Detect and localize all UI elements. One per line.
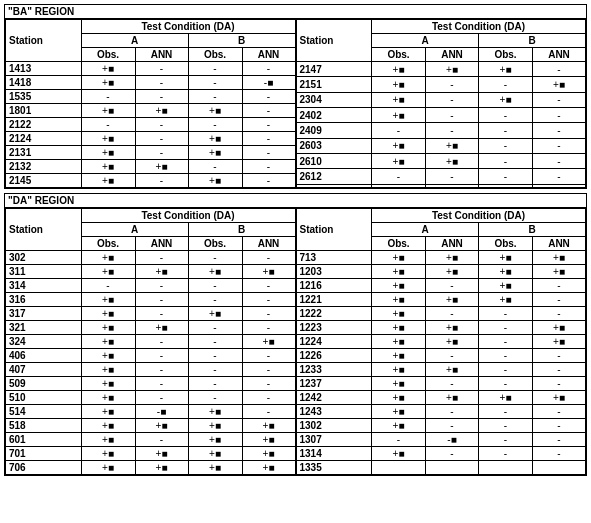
a_obs-cell: +■ bbox=[81, 265, 135, 279]
b_obs-cell: - bbox=[479, 123, 533, 138]
station-cell: 2124 bbox=[6, 132, 82, 146]
a_obs-cell: +■ bbox=[81, 104, 135, 118]
a_ann-cell: +■ bbox=[426, 138, 479, 153]
b_ann-cell: - bbox=[242, 90, 295, 104]
a_obs-cell: +■ bbox=[372, 77, 426, 92]
a_obs-cell: +■ bbox=[372, 377, 426, 391]
b_obs-cell: +■ bbox=[188, 447, 242, 461]
table-row: 1335 bbox=[296, 461, 586, 475]
table-row: 2409---- bbox=[296, 123, 586, 138]
b_obs-cell: - bbox=[188, 363, 242, 377]
b_ann-cell: - bbox=[533, 405, 586, 419]
station-cell: 1314 bbox=[296, 447, 372, 461]
b_obs-cell: - bbox=[188, 90, 242, 104]
station-cell: 321 bbox=[6, 321, 82, 335]
a_obs-cell: +■ bbox=[81, 174, 135, 188]
station-cell: 1418 bbox=[6, 76, 82, 90]
a_obs-cell: +■ bbox=[81, 62, 135, 76]
table-row: 1307--■-- bbox=[296, 433, 586, 447]
table-row: 2610+■+■-- bbox=[296, 153, 586, 168]
ba-left-b-obs-header: Obs. bbox=[188, 48, 242, 62]
table-row: 706+■+■+■+■ bbox=[6, 461, 296, 475]
b_obs-cell: +■ bbox=[188, 307, 242, 321]
b_ann-cell: - bbox=[242, 405, 295, 419]
b_ann-cell: - bbox=[533, 419, 586, 433]
station-cell: 407 bbox=[6, 363, 82, 377]
station-cell: 1224 bbox=[296, 335, 372, 349]
b_obs-cell: - bbox=[188, 293, 242, 307]
table-row: 1418+■---■ bbox=[6, 76, 296, 90]
b_ann-cell: +■ bbox=[533, 391, 586, 405]
da-region-title: "DA" REGION bbox=[5, 194, 586, 208]
b_obs-cell: +■ bbox=[479, 391, 533, 405]
b_obs-cell: - bbox=[479, 377, 533, 391]
b_obs-cell: - bbox=[479, 138, 533, 153]
station-cell: 713 bbox=[296, 251, 372, 265]
b_ann-cell: - bbox=[242, 251, 295, 265]
station-cell: 2147 bbox=[296, 62, 372, 77]
da-region: "DA" REGION Station Test Condition (DA) … bbox=[4, 193, 587, 476]
b_ann-cell: - bbox=[533, 123, 586, 138]
a_ann-cell: - bbox=[426, 349, 479, 363]
station-cell: 510 bbox=[6, 391, 82, 405]
da-left-b-header: B bbox=[188, 223, 295, 237]
station-cell: 302 bbox=[6, 251, 82, 265]
table-row bbox=[296, 184, 586, 187]
a_obs-cell bbox=[372, 461, 426, 475]
a_obs-cell: +■ bbox=[372, 251, 426, 265]
table-row: 701+■+■+■+■ bbox=[6, 447, 296, 461]
a_ann-cell: -■ bbox=[135, 405, 188, 419]
ba-left-station-header: Station bbox=[6, 20, 82, 62]
a_obs-cell: +■ bbox=[81, 307, 135, 321]
b_obs-cell: +■ bbox=[479, 92, 533, 107]
b_obs-cell: - bbox=[188, 118, 242, 132]
da-left-b-ann-header: ANN bbox=[242, 237, 295, 251]
station-cell: 1335 bbox=[296, 461, 372, 475]
ba-left-b-ann-header: ANN bbox=[242, 48, 295, 62]
table-row: 2147+■+■+■- bbox=[296, 62, 586, 77]
a_ann-cell: - bbox=[135, 293, 188, 307]
station-cell: 316 bbox=[6, 293, 82, 307]
b_obs-cell: +■ bbox=[188, 419, 242, 433]
da-left-a-ann-header: ANN bbox=[135, 237, 188, 251]
table-row: 2612---- bbox=[296, 169, 586, 184]
a_ann-cell: - bbox=[426, 169, 479, 184]
station-cell: 2603 bbox=[296, 138, 372, 153]
table-row: 518+■+■+■+■ bbox=[6, 419, 296, 433]
a_obs-cell: +■ bbox=[372, 153, 426, 168]
station-cell: 1242 bbox=[296, 391, 372, 405]
b_ann-cell: - bbox=[242, 307, 295, 321]
a_obs-cell: +■ bbox=[81, 349, 135, 363]
b_ann-cell: - bbox=[533, 279, 586, 293]
b_obs-cell: +■ bbox=[479, 251, 533, 265]
a_obs-cell: +■ bbox=[81, 363, 135, 377]
table-row: 2151+■--+■ bbox=[296, 77, 586, 92]
table-row: 2122---- bbox=[6, 118, 296, 132]
b_obs-cell: +■ bbox=[188, 174, 242, 188]
table-row: 510+■--- bbox=[6, 391, 296, 405]
da-right-station-header: Station bbox=[296, 209, 372, 251]
b_ann-cell: +■ bbox=[533, 335, 586, 349]
station-cell: 518 bbox=[6, 419, 82, 433]
station-cell: 1302 bbox=[296, 419, 372, 433]
da-left-a-obs-header: Obs. bbox=[81, 237, 135, 251]
table-row: 1203+■+■+■+■ bbox=[296, 265, 586, 279]
station-cell: 314 bbox=[6, 279, 82, 293]
a_obs-cell: +■ bbox=[81, 160, 135, 174]
b_obs-cell: +■ bbox=[188, 265, 242, 279]
da-right-b-obs-header: Obs. bbox=[479, 237, 533, 251]
station-cell: 1223 bbox=[296, 321, 372, 335]
a_obs-cell: +■ bbox=[81, 132, 135, 146]
a_ann-cell: +■ bbox=[135, 160, 188, 174]
b_ann-cell: +■ bbox=[242, 433, 295, 447]
a_obs-cell: +■ bbox=[81, 321, 135, 335]
station-cell: 701 bbox=[6, 447, 82, 461]
a_ann-cell: - bbox=[135, 307, 188, 321]
da-right-a-header: A bbox=[372, 223, 479, 237]
b_ann-cell: - bbox=[533, 92, 586, 107]
a_ann-cell: +■ bbox=[135, 104, 188, 118]
b_obs-cell: - bbox=[479, 307, 533, 321]
a_ann-cell: - bbox=[135, 118, 188, 132]
b_ann-cell: - bbox=[242, 279, 295, 293]
station-cell: 1535 bbox=[6, 90, 82, 104]
